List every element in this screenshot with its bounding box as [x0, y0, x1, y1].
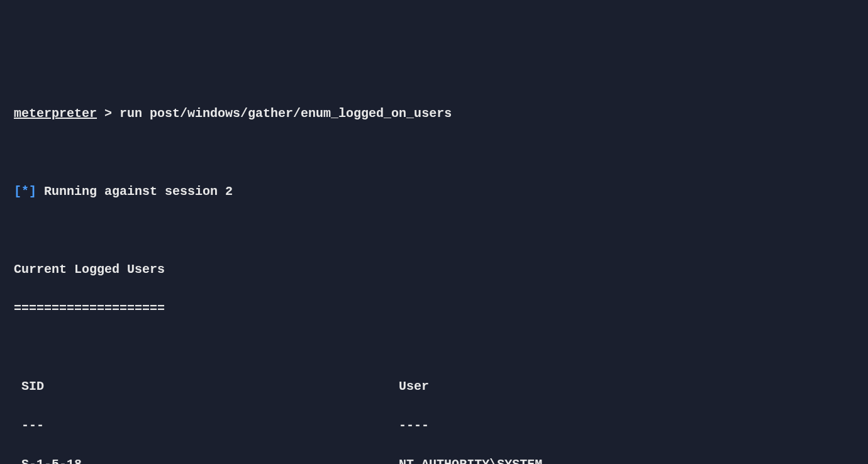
bracket-close: ] [29, 184, 36, 199]
table-row: S-1-5-18 NT AUTHORITY\SYSTEM [14, 455, 854, 464]
current-users-rows: S-1-5-18 NT AUTHORITY\SYSTEMS-1-5-21-423… [14, 455, 854, 464]
star-icon: * [21, 184, 29, 199]
status-running-line: [*] Running against session 2 [14, 182, 854, 201]
col-sid-underline: --- [21, 418, 399, 433]
col-user-header: User [399, 379, 429, 394]
prompt-arrow: > [97, 106, 120, 121]
status-running-text: Running against session 2 [36, 184, 233, 199]
current-users-header-underline: --- ---- [14, 416, 854, 435]
current-users-headers: SID User [14, 377, 854, 396]
command-text: run post/windows/gather/enum_logged_on_u… [120, 106, 452, 121]
prompt-name: meterpreter [14, 106, 97, 121]
col-user-underline: ---- [399, 418, 429, 433]
prompt-line[interactable]: meterpreter > run post/windows/gather/en… [14, 104, 854, 123]
col-sid-header: SID [21, 379, 399, 394]
sid-cell: S-1-5-18 [21, 457, 399, 464]
user-cell: NT AUTHORITY\SYSTEM [399, 457, 542, 464]
terminal-output[interactable]: meterpreter > run post/windows/gather/en… [14, 84, 854, 464]
bracket-open: [ [14, 184, 21, 199]
current-users-title: Current Logged Users [14, 260, 854, 279]
current-users-underline: ==================== [14, 299, 854, 318]
